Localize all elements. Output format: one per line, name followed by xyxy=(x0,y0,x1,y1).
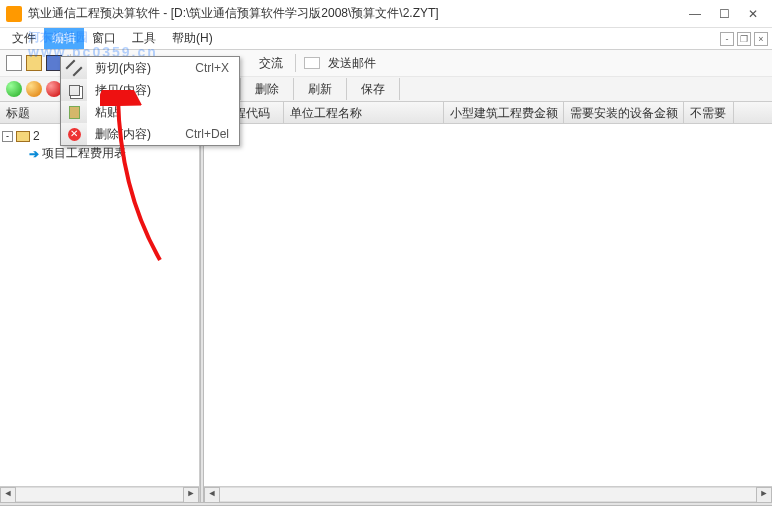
menu-tools[interactable]: 工具 xyxy=(124,28,164,49)
col-name[interactable]: 单位工程名称 xyxy=(284,102,444,123)
menu-cut-label: 剪切(内容) xyxy=(87,60,195,77)
save-button[interactable]: 保存 xyxy=(351,79,395,100)
minimize-button[interactable]: — xyxy=(689,7,701,21)
scroll-track[interactable] xyxy=(220,487,756,502)
delete-icon: ✕ xyxy=(68,128,81,141)
scroll-right-button[interactable]: ► xyxy=(756,487,772,503)
maximize-button[interactable]: ☐ xyxy=(719,7,730,21)
toolbar-separator xyxy=(240,78,241,100)
edit-menu-dropdown: 剪切(内容) Ctrl+X 拷贝(内容) 粘贴 ✕ 删除(内容) Ctrl+De… xyxy=(60,56,240,146)
main-area: 标题 - 2 ➔ 项目工程费用表 ◄ ► 位工程代码 单位工程名称 小型建筑工程… xyxy=(0,102,772,502)
column-headers: 位工程代码 单位工程名称 小型建筑工程费金额 需要安装的设备金额 不需要 xyxy=(204,102,772,124)
close-button[interactable]: ✕ xyxy=(748,7,758,21)
add-icon[interactable] xyxy=(6,81,22,97)
arrow-icon: ➔ xyxy=(29,147,39,161)
collapse-icon[interactable]: - xyxy=(2,131,13,142)
refresh-button[interactable]: 刷新 xyxy=(298,79,342,100)
menu-cut-accel: Ctrl+X xyxy=(195,61,239,75)
tree-child-label: 项目工程费用表 xyxy=(42,145,126,162)
menu-paste[interactable]: 粘贴 xyxy=(61,101,239,123)
menu-delete-accel: Ctrl+Del xyxy=(185,127,239,141)
scroll-right-button[interactable]: ► xyxy=(183,487,199,503)
menu-copy[interactable]: 拷贝(内容) xyxy=(61,79,239,101)
col-install[interactable]: 需要安装的设备金额 xyxy=(564,102,684,123)
scroll-left-button[interactable]: ◄ xyxy=(0,487,16,503)
delete-button[interactable]: 删除 xyxy=(245,79,289,100)
sendmail-button[interactable]: 发送邮件 xyxy=(324,55,380,72)
left-panel: 标题 - 2 ➔ 项目工程费用表 ◄ ► xyxy=(0,102,200,502)
new-icon[interactable] xyxy=(6,55,22,71)
titlebar: 筑业通信工程预决算软件 - [D:\筑业通信预算软件学习版2008\预算文件\2… xyxy=(0,0,772,28)
grid-body[interactable] xyxy=(204,124,772,486)
modify-icon[interactable] xyxy=(26,81,42,97)
menu-cut[interactable]: 剪切(内容) Ctrl+X xyxy=(61,57,239,79)
left-scrollbar[interactable]: ◄ ► xyxy=(0,486,199,502)
toolbar-separator xyxy=(293,78,294,100)
mail-icon xyxy=(304,57,320,69)
tree-root-label: 2 xyxy=(33,129,40,143)
right-panel: 位工程代码 单位工程名称 小型建筑工程费金额 需要安装的设备金额 不需要 ◄ ► xyxy=(204,102,772,502)
menu-delete[interactable]: ✕ 删除(内容) Ctrl+Del xyxy=(61,123,239,145)
menu-help[interactable]: 帮助(H) xyxy=(164,28,221,49)
toolbar-separator xyxy=(295,54,296,72)
mdi-close[interactable]: × xyxy=(754,32,768,46)
scroll-track[interactable] xyxy=(16,487,183,502)
col-noneed[interactable]: 不需要 xyxy=(684,102,734,123)
menu-file[interactable]: 文件 xyxy=(4,28,44,49)
menu-delete-label: 删除(内容) xyxy=(87,126,185,143)
app-icon xyxy=(6,6,22,22)
menu-paste-label: 粘贴 xyxy=(87,104,229,121)
mdi-minimize[interactable]: - xyxy=(720,32,734,46)
right-scrollbar[interactable]: ◄ ► xyxy=(204,486,772,502)
menu-copy-label: 拷贝(内容) xyxy=(87,82,229,99)
folder-icon xyxy=(16,131,30,142)
cut-icon xyxy=(66,60,83,77)
toolbar-separator xyxy=(399,78,400,100)
menu-edit[interactable]: 编辑 xyxy=(44,28,84,49)
scroll-left-button[interactable]: ◄ xyxy=(204,487,220,503)
tree-view[interactable]: - 2 ➔ 项目工程费用表 xyxy=(0,124,199,486)
menubar: 文件 编辑 窗口 工具 帮助(H) - ❐ × xyxy=(0,28,772,50)
copy-icon xyxy=(69,85,80,96)
menu-window[interactable]: 窗口 xyxy=(84,28,124,49)
open-icon[interactable] xyxy=(26,55,42,71)
exchange-button[interactable]: 交流 xyxy=(255,55,287,72)
col-small[interactable]: 小型建筑工程费金额 xyxy=(444,102,564,123)
window-title: 筑业通信工程预决算软件 - [D:\筑业通信预算软件学习版2008\预算文件\2… xyxy=(28,5,689,22)
toolbar-separator xyxy=(346,78,347,100)
paste-icon xyxy=(69,106,80,119)
mdi-restore[interactable]: ❐ xyxy=(737,32,751,46)
tree-child[interactable]: ➔ 项目工程费用表 xyxy=(2,144,197,163)
